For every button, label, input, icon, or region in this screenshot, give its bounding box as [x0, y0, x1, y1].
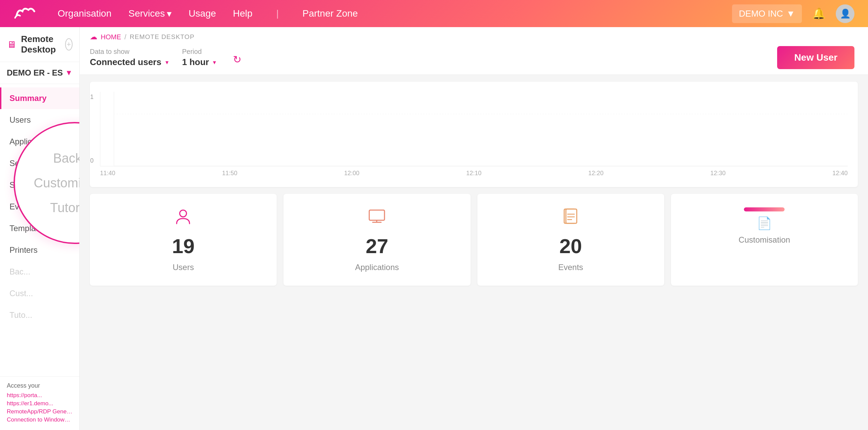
applications-count: 27	[366, 234, 389, 258]
header-controls: Data to show Connected users ▾ Period 1 …	[90, 46, 854, 69]
user-avatar[interactable]: 👤	[836, 4, 854, 23]
logo[interactable]	[14, 5, 37, 22]
sidebar-header: 🖥 Remote Desktop +	[0, 27, 79, 62]
customisation-icon: 📄	[757, 216, 772, 230]
customisation-bar	[744, 207, 785, 211]
sidebar-item-customisation[interactable]: Cust...	[0, 283, 79, 304]
svg-rect-8	[566, 209, 577, 223]
data-value: Connected users	[90, 57, 161, 67]
sidebar-item-backup[interactable]: Bac...	[0, 261, 79, 283]
data-to-show-group: Data to show Connected users ▾	[90, 48, 169, 67]
svg-rect-4	[369, 210, 384, 220]
breadcrumb-home[interactable]: HOME	[101, 33, 121, 41]
customisation-label: Customisation	[738, 235, 790, 245]
chart-x-1200: 12:00	[344, 170, 359, 177]
breadcrumb-current: REMOTE DESKTOP	[130, 33, 195, 41]
data-label: Data to show	[90, 48, 169, 56]
footer-link-2[interactable]: https://er1.demo...	[7, 400, 73, 407]
applications-label: Applications	[355, 263, 399, 272]
chart-x-1150: 11:50	[222, 170, 237, 177]
card-events[interactable]: 20 Events	[477, 194, 664, 286]
company-selector[interactable]: DEMO INC ▼	[732, 4, 802, 23]
main-layout: 🖥 Remote Desktop + DEMO ER - ES ▼ Summar…	[0, 27, 868, 430]
popup-item-tutorials[interactable]: Tutorials	[50, 201, 80, 215]
nav-right: DEMO INC ▼ 🔔 👤	[732, 4, 854, 23]
chart-y-label-0: 0	[90, 157, 94, 164]
notifications-bell[interactable]: 🔔	[812, 7, 826, 20]
period-value: 1 hour	[182, 57, 209, 67]
sidebar-title: Remote Desktop	[21, 34, 60, 55]
doc-icon	[561, 207, 580, 230]
nav-links: Organisation Services ▾ Usage Help | Par…	[58, 8, 732, 19]
chart-x-labels: 11:40 11:50 12:00 12:10 12:20 12:30 12:4…	[100, 166, 848, 177]
breadcrumb: ☁ HOME / REMOTE DESKTOP	[90, 33, 854, 41]
content-header: ☁ HOME / REMOTE DESKTOP Data to show Con…	[80, 27, 868, 75]
chart-container: 1 0 11:40 11:50 12:00 12:10 12:20 12:30 …	[90, 82, 858, 187]
period-label: Period	[182, 48, 216, 56]
svg-point-3	[180, 210, 186, 217]
chart-x-1210: 12:10	[466, 170, 481, 177]
chart-area: 1 0	[100, 92, 848, 166]
sidebar-item-tutorials[interactable]: Tuto...	[0, 304, 79, 326]
footer-link-4[interactable]: Connection to Windows Rem...	[7, 416, 73, 423]
chart-y-label-1: 1	[90, 94, 94, 101]
cloud-icon: ☁	[90, 33, 97, 41]
workspace-arrow: ▼	[65, 68, 73, 77]
nav-help[interactable]: Help	[233, 8, 253, 19]
chart-x-1230: 12:30	[710, 170, 726, 177]
footer-link-3[interactable]: RemoteApp/RDP Generat...	[7, 408, 73, 415]
chart-x-1220: 12:20	[588, 170, 604, 177]
footer-link-1[interactable]: https://porta...	[7, 392, 73, 399]
period-arrow: ▾	[213, 59, 216, 66]
sidebar-footer: Access your https://porta... https://er1…	[0, 376, 79, 430]
sidebar-add-button[interactable]: +	[65, 38, 73, 50]
new-user-button[interactable]: New User	[777, 46, 854, 69]
period-dropdown[interactable]: 1 hour ▾	[182, 57, 216, 67]
workspace-name: DEMO ER - ES	[7, 68, 63, 78]
data-arrow: ▾	[165, 59, 169, 66]
top-navigation: Organisation Services ▾ Usage Help | Par…	[0, 0, 868, 27]
sidebar-item-summary[interactable]: Summary	[0, 87, 79, 109]
popup-item-backup[interactable]: Backup	[53, 151, 80, 166]
breadcrumb-separator: /	[124, 33, 126, 41]
card-customisation[interactable]: 📄 Customisation	[671, 194, 858, 286]
content-area: ☁ HOME / REMOTE DESKTOP Data to show Con…	[80, 27, 868, 430]
nav-partner-zone[interactable]: Partner Zone	[302, 8, 358, 19]
chart-x-1240: 12:40	[832, 170, 848, 177]
events-label: Events	[558, 263, 583, 272]
card-users[interactable]: 19 Users	[90, 194, 277, 286]
sidebar: 🖥 Remote Desktop + DEMO ER - ES ▼ Summar…	[0, 27, 80, 430]
users-count: 19	[172, 234, 195, 258]
customisation-visual: 📄	[744, 207, 785, 230]
nav-divider: |	[276, 8, 279, 19]
screen-icon	[368, 207, 386, 230]
data-dropdown[interactable]: Connected users ▾	[90, 57, 169, 67]
chart-x-1140: 11:40	[100, 170, 115, 177]
nav-organisation[interactable]: Organisation	[58, 8, 112, 19]
card-applications[interactable]: 27 Applications	[283, 194, 470, 286]
nav-services[interactable]: Services ▾	[129, 8, 172, 19]
nav-usage[interactable]: Usage	[189, 8, 216, 19]
users-label: Users	[173, 263, 194, 272]
summary-cards: 19 Users 27 Applications	[90, 194, 858, 286]
popup-item-customisation[interactable]: Customisation	[34, 176, 80, 190]
monitor-icon: 🖥	[7, 39, 16, 50]
period-group: Period 1 hour ▾	[182, 48, 216, 67]
events-count: 20	[559, 234, 582, 258]
footer-title: Access your	[7, 382, 73, 389]
user-icon	[174, 207, 193, 230]
workspace-selector[interactable]: DEMO ER - ES ▼	[0, 62, 79, 84]
refresh-button[interactable]: ↻	[233, 54, 241, 65]
